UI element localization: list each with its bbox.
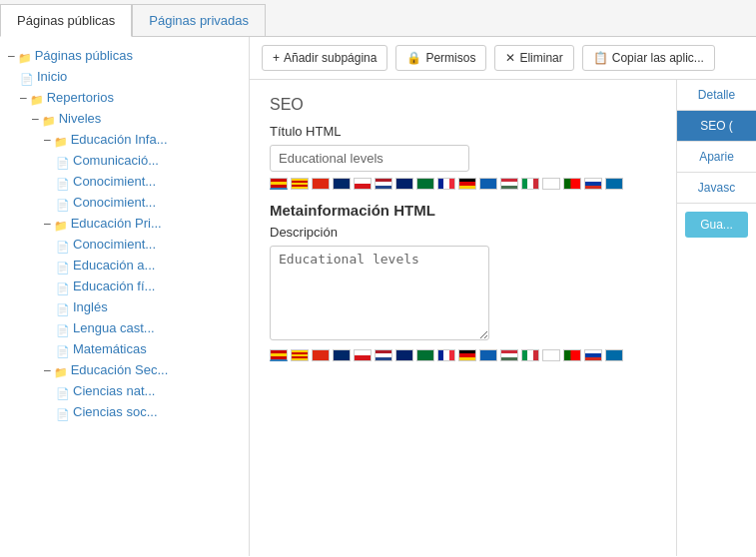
- flag-tw[interactable]: [333, 178, 351, 190]
- flag-fr[interactable]: [437, 178, 455, 190]
- right-tab-2[interactable]: Aparie: [677, 142, 756, 173]
- flag-pt[interactable]: [563, 349, 581, 361]
- flag-it[interactable]: [521, 178, 539, 190]
- permissions-button[interactable]: 🔒 Permisos: [395, 45, 486, 71]
- sidebar-item-edu-pri[interactable]: –Educación Pri...: [0, 213, 249, 234]
- flag-pt[interactable]: [563, 178, 581, 190]
- flag-zh[interactable]: [312, 349, 330, 361]
- flag-cs[interactable]: [354, 349, 372, 361]
- html-title-input[interactable]: [270, 145, 469, 172]
- seo-title: SEO: [270, 96, 656, 114]
- flag-nl[interactable]: [375, 178, 392, 190]
- page-icon: [56, 155, 70, 167]
- sidebar-item-comunicacio[interactable]: Comunicació...: [0, 150, 249, 171]
- flag-zh[interactable]: [312, 178, 330, 190]
- flag-en[interactable]: [395, 178, 413, 190]
- tree-item-label: Conocimient...: [73, 237, 156, 252]
- flag-cs[interactable]: [354, 178, 372, 190]
- lock-icon: 🔒: [406, 51, 421, 65]
- sidebar-item-conocimient2[interactable]: Conocimient...: [0, 192, 249, 213]
- flag-hu[interactable]: [500, 178, 518, 190]
- right-tab-0[interactable]: Detalle: [677, 80, 756, 111]
- flag-hu[interactable]: [500, 349, 518, 361]
- meta-section-label: Metainformación HTML: [270, 202, 656, 219]
- flag-eu[interactable]: [416, 178, 434, 190]
- page-icon: [56, 301, 70, 313]
- flag-de[interactable]: [458, 178, 476, 190]
- right-tab-3[interactable]: Javasc: [677, 173, 756, 204]
- sidebar: –Páginas públicasInicio–Repertorios–Nive…: [0, 37, 250, 556]
- right-tab-1[interactable]: SEO (: [677, 111, 756, 142]
- sidebar-item-edu-a[interactable]: Educación a...: [0, 255, 249, 276]
- delete-button[interactable]: ✕ Eliminar: [494, 45, 573, 71]
- sidebar-item-ingles[interactable]: Inglés: [0, 296, 249, 317]
- tab-private[interactable]: Páginas privadas: [132, 4, 266, 36]
- sidebar-item-edu-fi[interactable]: Educación fí...: [0, 276, 249, 296]
- save-button[interactable]: Gua...: [685, 212, 748, 238]
- sidebar-item-paginas[interactable]: –Páginas públicas: [0, 45, 249, 66]
- collapse-icon: –: [44, 363, 51, 377]
- flags-row-title: [270, 178, 656, 190]
- sidebar-item-conocimient1[interactable]: Conocimient...: [0, 171, 249, 192]
- tab-public[interactable]: Páginas públicas: [0, 4, 132, 37]
- page-icon: [56, 322, 70, 334]
- tree-item-label: Inglés: [73, 299, 108, 314]
- flag-nl[interactable]: [375, 349, 392, 361]
- page-icon: [56, 343, 70, 355]
- sidebar-item-matematicas[interactable]: Matemáticas: [0, 338, 249, 359]
- sidebar-item-niveles[interactable]: –Niveles: [0, 108, 249, 129]
- flag-eu[interactable]: [416, 349, 434, 361]
- flag-ja[interactable]: [542, 349, 560, 361]
- folder-icon: [54, 134, 68, 146]
- page-icon: [56, 260, 70, 272]
- copy-icon: 📋: [593, 51, 608, 65]
- flag-tw[interactable]: [333, 349, 351, 361]
- collapse-icon: –: [44, 217, 51, 231]
- sidebar-item-inicio[interactable]: Inicio: [0, 66, 249, 87]
- flag-el[interactable]: [479, 178, 497, 190]
- sidebar-item-conocimient3[interactable]: Conocimient...: [0, 234, 249, 255]
- flags-row-description: [270, 349, 656, 361]
- tree-item-label: Ciencias nat...: [73, 383, 155, 398]
- flag-ru[interactable]: [584, 349, 602, 361]
- flag-sv[interactable]: [605, 178, 623, 190]
- flag-es[interactable]: [270, 178, 288, 190]
- page-icon: [56, 176, 70, 188]
- flag-en[interactable]: [395, 349, 413, 361]
- tree-item-label: Comunicació...: [73, 153, 159, 168]
- page-icon: [56, 197, 70, 209]
- top-tabs: Páginas públicas Páginas privadas: [0, 0, 756, 37]
- folder-icon: [30, 92, 44, 104]
- flag-ru[interactable]: [584, 178, 602, 190]
- tree-item-label: Lengua cast...: [73, 320, 155, 335]
- sidebar-item-edu-infa[interactable]: –Educación Infa...: [0, 129, 249, 150]
- tree-item-label: Niveles: [59, 111, 102, 126]
- sidebar-item-ciencias-soc[interactable]: Ciencias soc...: [0, 401, 249, 422]
- flag-sv[interactable]: [605, 349, 623, 361]
- right-panel: DetalleSEO (AparieJavascGua...: [676, 80, 756, 556]
- tree-item-label: Educación a...: [73, 258, 155, 273]
- flag-fr[interactable]: [437, 349, 455, 361]
- description-textarea[interactable]: [270, 246, 489, 340]
- flag-ja[interactable]: [542, 178, 560, 190]
- tree-item-label: Conocimient...: [73, 174, 156, 189]
- page-icon: [56, 385, 70, 397]
- sidebar-item-edu-sec[interactable]: –Educación Sec...: [0, 359, 249, 380]
- html-title-label: Título HTML: [270, 124, 656, 139]
- folder-icon: [54, 218, 68, 230]
- folder-icon: [18, 50, 32, 62]
- add-subpage-button[interactable]: + Añadir subpágina: [262, 45, 387, 71]
- flag-de[interactable]: [458, 349, 476, 361]
- flag-el[interactable]: [479, 349, 497, 361]
- page-icon: [56, 280, 70, 292]
- sidebar-item-ciencias-nat[interactable]: Ciencias nat...: [0, 380, 249, 401]
- folder-icon: [54, 364, 68, 376]
- copy-apps-button[interactable]: 📋 Copiar las aplic...: [582, 45, 715, 71]
- flag-it[interactable]: [521, 349, 539, 361]
- flag-ca[interactable]: [291, 349, 309, 361]
- flag-es[interactable]: [270, 349, 288, 361]
- sidebar-item-lengua[interactable]: Lengua cast...: [0, 317, 249, 338]
- sidebar-item-repertorios[interactable]: –Repertorios: [0, 87, 249, 108]
- main-layout: –Páginas públicasInicio–Repertorios–Nive…: [0, 37, 756, 556]
- flag-ca[interactable]: [291, 178, 309, 190]
